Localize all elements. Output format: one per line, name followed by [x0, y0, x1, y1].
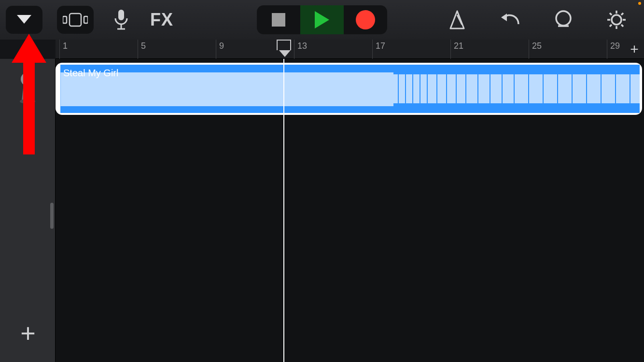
- undo-button[interactable]: [497, 7, 523, 33]
- gear-icon: [606, 10, 627, 30]
- svg-marker-7: [450, 11, 464, 28]
- microphone-button[interactable]: [108, 7, 134, 33]
- status-dot: [638, 2, 641, 5]
- track-area: +: [0, 59, 644, 362]
- svg-point-12: [612, 15, 621, 25]
- svg-line-18: [621, 25, 623, 27]
- svg-rect-2: [70, 14, 81, 26]
- record-button[interactable]: [344, 5, 387, 34]
- svg-point-10: [556, 11, 571, 26]
- undo-icon: [499, 12, 521, 28]
- loop-icon: [553, 10, 574, 30]
- stop-icon: [272, 13, 285, 27]
- add-track-button[interactable]: +: [14, 319, 42, 348]
- playhead-marker-icon: [277, 40, 291, 50]
- waveform-detail: [393, 65, 640, 113]
- fx-button[interactable]: FX: [149, 7, 175, 33]
- track-view-button[interactable]: [57, 6, 94, 34]
- settings-button[interactable]: [603, 7, 630, 33]
- ruler-tick: 25: [529, 40, 542, 59]
- ruler-tick: 1: [59, 40, 68, 59]
- loop-button[interactable]: [550, 7, 576, 33]
- ruler-tick: 9: [216, 40, 224, 59]
- svg-marker-0: [17, 15, 31, 24]
- microphone-icon: [114, 10, 128, 30]
- svg-rect-4: [118, 10, 124, 20]
- toolbar: FX: [0, 0, 644, 40]
- transport: [257, 5, 387, 34]
- play-icon: [315, 11, 329, 28]
- view-dropdown-button[interactable]: [6, 6, 42, 34]
- svg-marker-9: [501, 14, 507, 21]
- metronome-icon: [448, 10, 467, 29]
- ruler-tick: 5: [138, 40, 146, 59]
- ruler-tick: 21: [450, 40, 463, 59]
- svg-rect-1: [63, 16, 67, 23]
- dropdown-triangle-icon: [17, 15, 31, 25]
- add-section-button[interactable]: +: [627, 42, 642, 57]
- ruler-tick: 29: [607, 40, 620, 59]
- vertical-scroll-handle[interactable]: [50, 203, 54, 229]
- svg-rect-3: [84, 16, 88, 23]
- audio-region[interactable]: Steal My Girl: [56, 63, 642, 115]
- svg-line-19: [621, 13, 623, 15]
- play-button[interactable]: [300, 5, 344, 34]
- region-title: Steal My Girl: [63, 68, 118, 79]
- record-icon: [356, 10, 375, 29]
- svg-line-20: [610, 25, 612, 27]
- annotation-arrow: [10, 34, 48, 159]
- ruler-tick: 13: [294, 40, 307, 59]
- playhead[interactable]: [283, 59, 284, 362]
- fx-label: FX: [150, 10, 173, 30]
- track-view-icon: [63, 13, 88, 27]
- svg-rect-27: [393, 74, 640, 103]
- timeline-ruler[interactable]: + 1591317212529: [56, 40, 644, 59]
- ruler-tick: 17: [372, 40, 385, 59]
- stop-button[interactable]: [257, 5, 300, 34]
- svg-line-17: [610, 13, 612, 15]
- svg-marker-49: [12, 34, 46, 154]
- metronome-button[interactable]: [444, 7, 470, 33]
- tracks-canvas[interactable]: Steal My Girl: [56, 59, 644, 362]
